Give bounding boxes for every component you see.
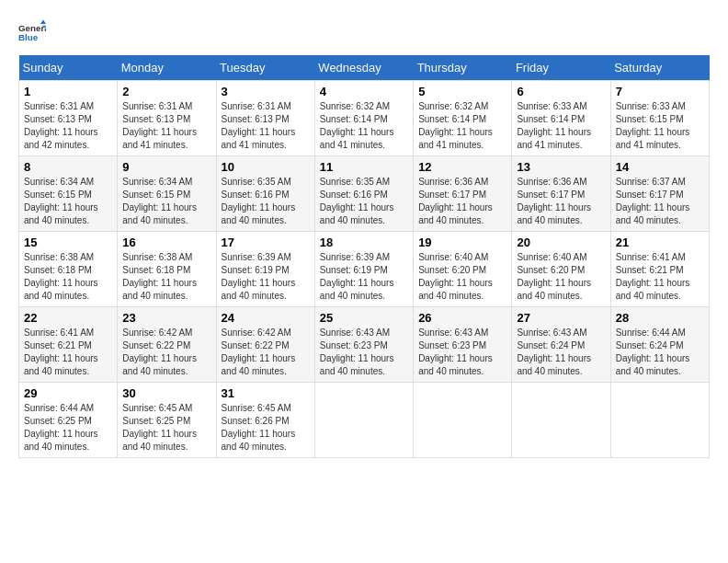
day-number: 24 — [222, 311, 310, 325]
calendar-cell: 29 Sunrise: 6:44 AM Sunset: 6:25 PM Dayl… — [19, 383, 118, 458]
day-number: 12 — [418, 160, 506, 174]
calendar-cell: 19 Sunrise: 6:40 AM Sunset: 6:20 PM Dayl… — [414, 232, 512, 307]
day-number: 27 — [517, 311, 605, 325]
calendar-cell: 8 Sunrise: 6:34 AM Sunset: 6:15 PM Dayli… — [19, 156, 118, 232]
calendar-cell — [610, 383, 709, 458]
calendar-cell: 16 Sunrise: 6:38 AM Sunset: 6:18 PM Dayl… — [118, 232, 216, 307]
day-number: 28 — [616, 311, 704, 325]
day-info: Sunrise: 6:33 AM Sunset: 6:14 PM Dayligh… — [517, 100, 605, 152]
day-info: Sunrise: 6:31 AM Sunset: 6:13 PM Dayligh… — [24, 100, 112, 152]
day-info: Sunrise: 6:31 AM Sunset: 6:13 PM Dayligh… — [122, 100, 210, 152]
header-cell-wednesday: Wednesday — [314, 55, 413, 81]
day-number: 16 — [122, 236, 210, 249]
day-number: 25 — [320, 311, 408, 325]
calendar-cell: 14 Sunrise: 6:37 AM Sunset: 6:17 PM Dayl… — [610, 156, 709, 232]
calendar-cell: 4 Sunrise: 6:32 AM Sunset: 6:14 PM Dayli… — [314, 81, 413, 156]
svg-text:Blue: Blue — [18, 32, 39, 42]
day-info: Sunrise: 6:45 AM Sunset: 6:26 PM Dayligh… — [222, 402, 310, 454]
day-info: Sunrise: 6:43 AM Sunset: 6:24 PM Dayligh… — [517, 327, 605, 378]
day-info: Sunrise: 6:44 AM Sunset: 6:25 PM Dayligh… — [24, 402, 112, 454]
header-row: SundayMondayTuesdayWednesdayThursdayFrid… — [19, 55, 710, 81]
day-number: 17 — [222, 236, 310, 249]
calendar-cell: 31 Sunrise: 6:45 AM Sunset: 6:26 PM Dayl… — [216, 383, 314, 458]
day-info: Sunrise: 6:38 AM Sunset: 6:18 PM Dayligh… — [122, 251, 210, 303]
day-info: Sunrise: 6:36 AM Sunset: 6:17 PM Dayligh… — [517, 176, 605, 227]
calendar-cell: 1 Sunrise: 6:31 AM Sunset: 6:13 PM Dayli… — [19, 81, 118, 156]
calendar-cell: 21 Sunrise: 6:41 AM Sunset: 6:21 PM Dayl… — [610, 232, 709, 307]
header-cell-thursday: Thursday — [414, 55, 512, 81]
day-number: 9 — [122, 160, 210, 174]
day-info: Sunrise: 6:33 AM Sunset: 6:15 PM Dayligh… — [616, 100, 704, 152]
day-info: Sunrise: 6:42 AM Sunset: 6:22 PM Dayligh… — [122, 327, 210, 378]
day-info: Sunrise: 6:35 AM Sunset: 6:16 PM Dayligh… — [320, 176, 408, 227]
day-number: 20 — [517, 236, 605, 249]
day-number: 29 — [24, 386, 112, 400]
day-number: 22 — [24, 311, 112, 325]
day-number: 26 — [418, 311, 506, 325]
day-info: Sunrise: 6:40 AM Sunset: 6:20 PM Dayligh… — [517, 251, 605, 303]
day-number: 11 — [320, 160, 408, 174]
calendar-cell: 17 Sunrise: 6:39 AM Sunset: 6:19 PM Dayl… — [216, 232, 314, 307]
day-number: 15 — [24, 236, 112, 249]
calendar-cell — [314, 383, 413, 458]
day-number: 21 — [616, 236, 704, 249]
day-number: 30 — [122, 386, 210, 400]
day-info: Sunrise: 6:36 AM Sunset: 6:17 PM Dayligh… — [418, 176, 506, 227]
day-number: 23 — [122, 311, 210, 325]
calendar-cell: 20 Sunrise: 6:40 AM Sunset: 6:20 PM Dayl… — [512, 232, 610, 307]
header-cell-sunday: Sunday — [19, 55, 118, 81]
header-cell-saturday: Saturday — [610, 55, 709, 81]
day-info: Sunrise: 6:41 AM Sunset: 6:21 PM Dayligh… — [24, 327, 112, 378]
day-info: Sunrise: 6:38 AM Sunset: 6:18 PM Dayligh… — [24, 251, 112, 303]
day-number: 6 — [517, 85, 605, 98]
day-number: 3 — [222, 85, 310, 98]
day-number: 7 — [616, 85, 704, 98]
day-number: 5 — [418, 85, 506, 98]
day-info: Sunrise: 6:32 AM Sunset: 6:14 PM Dayligh… — [418, 100, 506, 152]
logo-icon: General Blue — [18, 18, 46, 46]
day-info: Sunrise: 6:42 AM Sunset: 6:22 PM Dayligh… — [222, 327, 310, 378]
day-info: Sunrise: 6:41 AM Sunset: 6:21 PM Dayligh… — [616, 251, 704, 303]
calendar-cell: 7 Sunrise: 6:33 AM Sunset: 6:15 PM Dayli… — [610, 81, 709, 156]
calendar-cell: 5 Sunrise: 6:32 AM Sunset: 6:14 PM Dayli… — [414, 81, 512, 156]
day-number: 8 — [24, 160, 112, 174]
calendar-cell: 12 Sunrise: 6:36 AM Sunset: 6:17 PM Dayl… — [414, 156, 512, 232]
calendar-cell: 9 Sunrise: 6:34 AM Sunset: 6:15 PM Dayli… — [118, 156, 216, 232]
calendar-cell — [414, 383, 512, 458]
page-header: General Blue — [18, 18, 710, 46]
calendar-cell: 15 Sunrise: 6:38 AM Sunset: 6:18 PM Dayl… — [19, 232, 118, 307]
day-number: 1 — [24, 85, 112, 98]
calendar-cell: 28 Sunrise: 6:44 AM Sunset: 6:24 PM Dayl… — [610, 307, 709, 383]
day-info: Sunrise: 6:43 AM Sunset: 6:23 PM Dayligh… — [418, 327, 506, 378]
day-info: Sunrise: 6:37 AM Sunset: 6:17 PM Dayligh… — [616, 176, 704, 227]
calendar-week-3: 15 Sunrise: 6:38 AM Sunset: 6:18 PM Dayl… — [19, 232, 710, 307]
calendar-cell: 24 Sunrise: 6:42 AM Sunset: 6:22 PM Dayl… — [216, 307, 314, 383]
day-info: Sunrise: 6:34 AM Sunset: 6:15 PM Dayligh… — [122, 176, 210, 227]
calendar-week-2: 8 Sunrise: 6:34 AM Sunset: 6:15 PM Dayli… — [19, 156, 710, 232]
calendar-cell: 26 Sunrise: 6:43 AM Sunset: 6:23 PM Dayl… — [414, 307, 512, 383]
day-info: Sunrise: 6:45 AM Sunset: 6:25 PM Dayligh… — [122, 402, 210, 454]
calendar-cell: 25 Sunrise: 6:43 AM Sunset: 6:23 PM Dayl… — [314, 307, 413, 383]
day-number: 31 — [222, 386, 310, 400]
day-number: 14 — [616, 160, 704, 174]
day-info: Sunrise: 6:43 AM Sunset: 6:23 PM Dayligh… — [320, 327, 408, 378]
day-number: 19 — [418, 236, 506, 249]
svg-text:General: General — [18, 23, 46, 33]
calendar-cell: 27 Sunrise: 6:43 AM Sunset: 6:24 PM Dayl… — [512, 307, 610, 383]
day-number: 10 — [222, 160, 310, 174]
calendar-cell: 13 Sunrise: 6:36 AM Sunset: 6:17 PM Dayl… — [512, 156, 610, 232]
header-cell-tuesday: Tuesday — [216, 55, 314, 81]
day-number: 18 — [320, 236, 408, 249]
calendar-cell — [512, 383, 610, 458]
calendar-cell: 11 Sunrise: 6:35 AM Sunset: 6:16 PM Dayl… — [314, 156, 413, 232]
day-number: 2 — [122, 85, 210, 98]
day-info: Sunrise: 6:40 AM Sunset: 6:20 PM Dayligh… — [418, 251, 506, 303]
day-number: 13 — [517, 160, 605, 174]
day-info: Sunrise: 6:32 AM Sunset: 6:14 PM Dayligh… — [320, 100, 408, 152]
calendar-table: SundayMondayTuesdayWednesdayThursdayFrid… — [18, 55, 710, 458]
header-cell-friday: Friday — [512, 55, 610, 81]
calendar-cell: 10 Sunrise: 6:35 AM Sunset: 6:16 PM Dayl… — [216, 156, 314, 232]
day-number: 4 — [320, 85, 408, 98]
logo: General Blue — [18, 18, 50, 46]
day-info: Sunrise: 6:39 AM Sunset: 6:19 PM Dayligh… — [320, 251, 408, 303]
